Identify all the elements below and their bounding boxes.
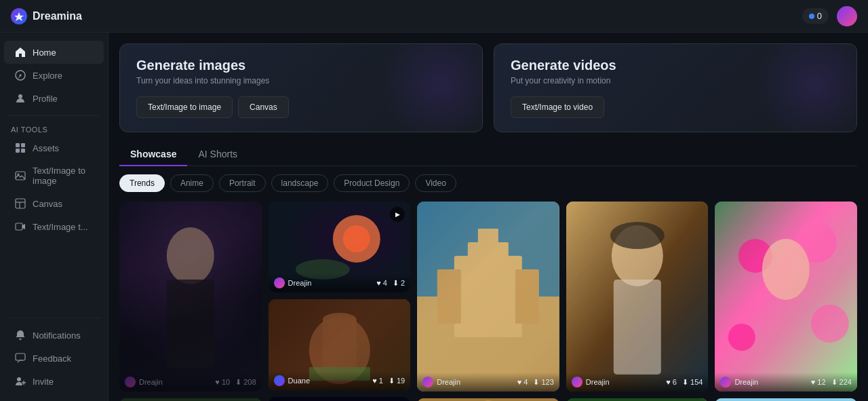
hero-row: Generate images Turn your ideas into stu… <box>119 43 857 132</box>
svg-rect-35 <box>269 397 411 401</box>
likes-monument: ♥ 1 <box>372 377 383 385</box>
sidebar-item-text-video-label: Text/Image t... <box>33 222 88 232</box>
grid-col-3: Dreajin ♥ 4 ⬇ 123 <box>417 202 559 401</box>
likes-anime: ♥ 6 <box>666 378 677 386</box>
bell-icon <box>15 330 26 341</box>
sidebar-item-notifications-label: Notifications <box>33 330 81 341</box>
filter-trends[interactable]: Trends <box>119 174 165 192</box>
grid-col-5: Dreajin ♥ 12 ⬇ 224 <box>715 202 857 401</box>
downloads-monument: ⬇ 19 <box>389 377 405 385</box>
notification-count: 0 <box>817 11 822 21</box>
sidebar-item-explore[interactable]: Explore <box>4 64 104 87</box>
grid-col-4: Dreajin ♥ 6 ⬇ 154 <box>566 202 709 401</box>
author-avatar-monument <box>274 375 285 386</box>
svg-rect-54 <box>614 280 661 375</box>
topbar-right: 0 <box>802 6 857 26</box>
svg-point-20 <box>167 227 214 284</box>
sidebar-section-label: AI tools <box>0 121 108 136</box>
svg-rect-32 <box>322 320 356 367</box>
sidebar-item-explore-label: Explore <box>33 71 62 81</box>
svg-rect-65 <box>715 398 857 401</box>
image-author-monument: Duane <box>274 375 310 386</box>
author-name-flowers: Dreajin <box>734 378 758 386</box>
svg-point-3 <box>20 75 22 77</box>
generate-images-buttons: Text/Image to image Canvas <box>136 96 466 118</box>
sidebar-item-feedback[interactable]: Feedback <box>4 347 104 370</box>
sidebar-item-canvas-label: Canvas <box>33 199 62 209</box>
svg-rect-56 <box>566 398 709 401</box>
sidebar-item-feedback-label: Feedback <box>33 354 71 364</box>
image-grid: Dreajin ♥ 10 ⬇ 208 <box>119 202 857 401</box>
image-card-castle[interactable]: Dreajin ♥ 4 ⬇ 123 <box>417 202 559 392</box>
svg-point-28 <box>342 225 370 252</box>
image-card-space[interactable] <box>269 397 411 401</box>
filter-landscape[interactable]: landscape <box>271 174 329 192</box>
image-card-rose[interactable]: ▶ Dreajin ♥ 4 ⬇ 2 <box>269 202 411 292</box>
sidebar-spacer <box>0 238 108 312</box>
sidebar-item-text-video[interactable]: Text/Image t... <box>4 215 104 238</box>
filter-portrait[interactable]: Portrait <box>219 174 266 192</box>
generate-images-subtitle: Turn your ideas into stunning images <box>136 76 466 85</box>
image-stats-flowers: ♥ 12 ⬇ 224 <box>811 378 852 387</box>
likes-flowers: ♥ 12 <box>811 378 826 386</box>
downloads-castle: ⬇ 123 <box>533 378 553 387</box>
author-avatar-flowers <box>720 377 731 387</box>
topbar: Dreamina 0 <box>0 0 868 33</box>
sidebar-item-notifications[interactable]: Notifications <box>4 324 104 347</box>
tab-ai-shorts[interactable]: AI Shorts <box>187 143 248 166</box>
image-card-eye[interactable] <box>119 398 262 401</box>
author-name-castle: Dreajin <box>437 378 460 386</box>
image-card-gothic[interactable]: Dreajin ♥ 10 ⬇ 208 <box>119 202 262 392</box>
image-card-card-green[interactable] <box>566 398 709 401</box>
image-card-monument[interactable]: Duane ♥ 1 ⬇ 19 <box>269 299 411 390</box>
downloads-flowers: ⬇ 224 <box>831 378 852 387</box>
showcase-tabs: Showcase AI Shorts <box>119 143 857 166</box>
canvas-button[interactable]: Canvas <box>238 96 289 118</box>
svg-rect-46 <box>478 229 498 249</box>
notification-badge[interactable]: 0 <box>802 8 829 24</box>
svg-point-4 <box>18 94 22 98</box>
image-card-vase[interactable] <box>417 398 559 401</box>
image-icon <box>15 170 26 181</box>
sidebar-item-canvas[interactable]: Canvas <box>4 192 104 215</box>
user-plus-icon <box>15 376 26 387</box>
svg-point-33 <box>322 313 356 326</box>
sidebar-item-invite[interactable]: Invite <box>4 370 104 393</box>
svg-point-62 <box>728 324 755 351</box>
svg-rect-21 <box>167 280 214 368</box>
downloads-anime: ⬇ 154 <box>682 378 703 387</box>
image-stats-castle: ♥ 4 ⬇ 123 <box>517 378 554 387</box>
filter-anime[interactable]: Anime <box>170 174 214 192</box>
content-area: Generate images Turn your ideas into stu… <box>108 33 868 401</box>
image-author-castle: Dreajin <box>422 377 460 387</box>
author-avatar-rose <box>274 278 285 288</box>
tab-showcase[interactable]: Showcase <box>119 143 187 166</box>
image-card-anime[interactable]: Dreajin ♥ 6 ⬇ 154 <box>566 202 709 392</box>
generate-images-title: Generate images <box>136 58 466 73</box>
author-name-anime: Dreajin <box>586 378 610 386</box>
generate-videos-title: Generate videos <box>511 58 840 73</box>
image-card-flowers[interactable]: Dreajin ♥ 12 ⬇ 224 <box>715 202 857 392</box>
author-avatar-castle <box>422 377 433 387</box>
notification-dot <box>809 14 814 19</box>
image-card-wheat[interactable] <box>715 398 857 401</box>
text-image-to-image-button[interactable]: Text/Image to image <box>136 96 233 118</box>
sidebar-item-text-image[interactable]: Text/Image to image <box>4 159 104 192</box>
filter-product-design[interactable]: Product Design <box>334 174 410 192</box>
compass-icon <box>15 70 26 81</box>
sidebar-item-home[interactable]: Home <box>4 41 104 64</box>
svg-rect-22 <box>119 398 262 401</box>
home-icon <box>15 47 26 58</box>
sidebar-item-assets[interactable]: Assets <box>4 136 104 159</box>
likes-castle: ♥ 4 <box>517 378 528 386</box>
image-author-rose: Dreajin <box>274 278 312 288</box>
avatar[interactable] <box>837 6 857 26</box>
image-stats-monument: ♥ 1 ⬇ 19 <box>372 377 405 385</box>
sidebar-item-profile[interactable]: Profile <box>4 87 104 110</box>
filter-video[interactable]: Video <box>415 174 456 192</box>
app-logo[interactable]: Dreamina <box>11 8 82 24</box>
filter-pills: Trends Anime Portrait landscape Product … <box>119 174 857 192</box>
sidebar-divider-2 <box>8 318 100 318</box>
grid-col-1: Dreajin ♥ 10 ⬇ 208 <box>119 202 262 401</box>
text-image-to-video-button[interactable]: Text/Image to video <box>511 96 604 118</box>
